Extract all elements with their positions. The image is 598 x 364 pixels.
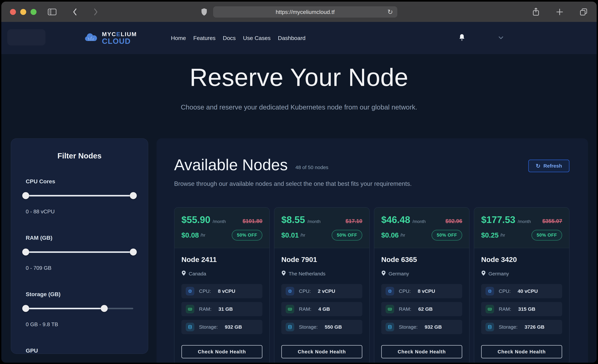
traffic-lights: [10, 9, 36, 15]
cpu-cores-slider[interactable]: [26, 192, 133, 199]
card-pricing: $8.55 /month $17.10 $0.01 /hr 50% OFF: [274, 207, 369, 248]
nav-link-docs[interactable]: Docs: [223, 35, 236, 41]
node-card: $46.48 /month $92.96 $0.06 /hr 50% OFF: [374, 207, 470, 363]
node-name: Node 7901: [281, 256, 362, 264]
card-pricing: $177.53 /month $355.07 $0.25 /hr 50% OFF: [474, 207, 569, 248]
node-location: The Netherlands: [289, 271, 325, 277]
cpu-icon: [186, 287, 194, 296]
storage-slider-handle-min[interactable]: [22, 305, 29, 312]
node-name: Node 6365: [381, 256, 462, 264]
available-nodes-panel: Available Nodes 48 of 50 nodes ↻ Refresh…: [157, 138, 588, 363]
cpu-icon: [386, 287, 394, 296]
check-node-health-button[interactable]: Check Node Health: [381, 345, 462, 358]
spec-value: 2 vCPU: [318, 288, 335, 294]
spec-row-storage: Storage: 550 GB: [281, 320, 362, 334]
bell-icon[interactable]: [458, 33, 466, 42]
hero: Reserve Your Node Choose and reserve you…: [1, 63, 597, 111]
check-node-health-button[interactable]: Check Node Health: [481, 345, 562, 358]
ram-icon: [386, 305, 394, 313]
back-icon[interactable]: [71, 8, 79, 16]
spec-label: RAM:: [499, 306, 511, 312]
spec-row-storage: Storage: 3726 GB: [481, 320, 562, 334]
spec-value: 62 GB: [418, 306, 433, 312]
spec-label: Storage:: [199, 324, 218, 330]
ram-icon: [286, 305, 294, 313]
storage-slider[interactable]: [26, 305, 133, 312]
refresh-icon: ↻: [536, 163, 540, 169]
cpu-cores-label: CPU Cores: [26, 178, 133, 185]
shield-icon[interactable]: [201, 8, 208, 16]
ram-slider-handle-min[interactable]: [22, 248, 29, 256]
per-hour-label: /hr: [200, 233, 205, 238]
node-location: Germany: [489, 271, 509, 277]
check-node-health-button[interactable]: Check Node Health: [281, 345, 362, 358]
ram-slider[interactable]: [26, 249, 133, 255]
per-month-label: /month: [518, 219, 531, 224]
filter-title: Filter Nodes: [26, 151, 133, 160]
nav-link-home[interactable]: Home: [171, 35, 186, 41]
brand-name-line1: MYCELIUM: [102, 31, 137, 37]
minimize-window-button[interactable]: [20, 9, 26, 15]
nav-link-features[interactable]: Features: [193, 35, 216, 41]
cpu-slider-handle-min[interactable]: [22, 192, 29, 199]
price-hourly: $0.25: [481, 231, 498, 239]
ram-label: RAM (GB): [26, 235, 133, 241]
close-window-button[interactable]: [10, 9, 16, 15]
filter-group-gpu: GPU: [26, 347, 133, 354]
spec-value: 3726 GB: [524, 324, 544, 330]
tab-overview-icon[interactable]: [579, 8, 588, 17]
ram-slider-handle-max[interactable]: [130, 248, 137, 256]
price-monthly: $8.55: [281, 214, 305, 225]
cpu-icon: [286, 287, 294, 296]
storage-range-text: 0 GB - 9.8 TB: [26, 321, 133, 328]
brand-logo[interactable]: MYCELIUM CLOUD: [84, 31, 137, 45]
filter-group-storage: Storage (GB) 0 GB - 9.8 TB: [26, 291, 133, 328]
spec-value: 8 vCPU: [218, 288, 235, 294]
spec-value: 4 GB: [318, 306, 330, 312]
filter-group-ram: RAM (GB) 0 - 709 GB: [26, 235, 133, 271]
node-cards: $55.90 /month $101.80 $0.08 /hr 50% OFF: [174, 207, 569, 363]
new-tab-icon[interactable]: [556, 8, 564, 16]
spec-label: CPU:: [399, 288, 411, 294]
cpu-slider-handle-max[interactable]: [130, 192, 137, 199]
page: MYCELIUM CLOUD Home Features Docs Use Ca…: [1, 22, 597, 363]
nav-link-dashboard[interactable]: Dashboard: [278, 35, 305, 41]
brand-name-line2: CLOUD: [102, 37, 137, 45]
slider-fill: [26, 308, 104, 309]
chevron-down-icon[interactable]: [498, 35, 504, 41]
forward-icon[interactable]: [92, 8, 99, 16]
original-price: $355.07: [542, 218, 562, 224]
ram-icon: [485, 305, 494, 313]
nodes-count: 48 of 50 nodes: [295, 165, 328, 170]
original-price: $17.10: [346, 218, 362, 224]
ram-icon: [186, 305, 194, 313]
storage-slider-handle-max[interactable]: [101, 305, 108, 312]
spec-row-cpu: CPU: 40 vCPU: [481, 284, 562, 298]
price-monthly: $46.48: [381, 214, 410, 225]
share-icon[interactable]: [532, 7, 540, 17]
filter-panel: Filter Nodes CPU Cores 0 - 88 vCPU RAM (…: [11, 138, 148, 354]
sidebar-toggle-icon[interactable]: [48, 8, 57, 16]
location-pin-icon: [481, 270, 486, 277]
discount-badge: 50% OFF: [232, 230, 262, 240]
discount-badge: 50% OFF: [532, 230, 562, 240]
refresh-label: Refresh: [543, 163, 562, 169]
node-name: Node 2411: [181, 256, 262, 264]
spec-value: 932 GB: [424, 324, 442, 330]
available-nodes-title: Available Nodes: [174, 157, 288, 173]
spec-row-storage: Storage: 932 GB: [181, 320, 262, 334]
per-hour-label: /hr: [300, 233, 305, 238]
discount-badge: 50% OFF: [332, 230, 362, 240]
node-card: $177.53 /month $355.07 $0.25 /hr 50% OFF: [474, 207, 569, 363]
spec-row-ram: RAM: 315 GB: [481, 302, 562, 316]
zoom-window-button[interactable]: [31, 9, 36, 15]
spec-row-cpu: CPU: 8 vCPU: [381, 284, 462, 298]
reload-icon[interactable]: ↻: [387, 9, 393, 15]
check-node-health-button[interactable]: Check Node Health: [181, 345, 262, 358]
refresh-button[interactable]: ↻ Refresh: [528, 160, 569, 172]
address-bar[interactable]: https://myceliumcloud.tf ↻: [213, 6, 397, 17]
spec-row-ram: RAM: 31 GB: [181, 302, 262, 316]
price-hourly: $0.08: [181, 231, 199, 239]
cpu-icon: [485, 287, 494, 296]
nav-link-use-cases[interactable]: Use Cases: [243, 35, 271, 41]
